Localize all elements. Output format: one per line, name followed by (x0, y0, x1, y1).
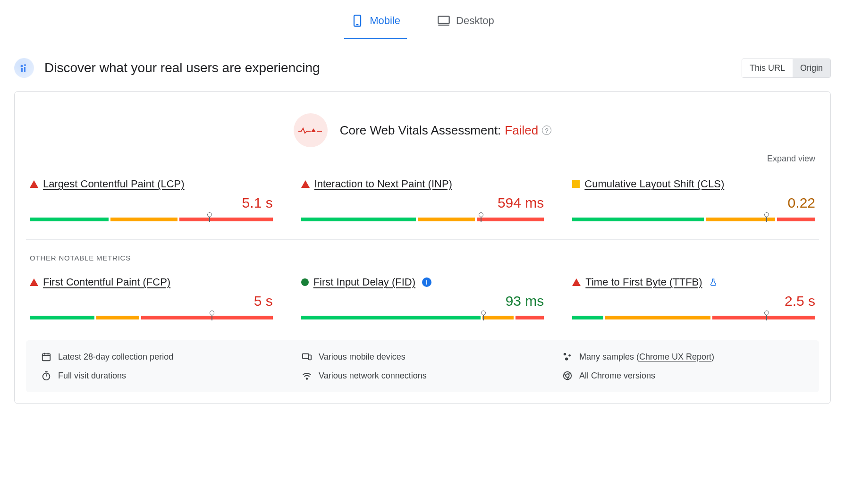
svg-point-19 (43, 373, 50, 380)
footer-network: Various network connections (302, 370, 543, 381)
tab-mobile-label: Mobile (370, 15, 400, 27)
circle-icon (301, 278, 309, 286)
metric-fid-value: 93 ms (301, 293, 544, 309)
marker (207, 212, 212, 217)
divider (26, 239, 819, 240)
metric-fid: First Input Delay (FID) i 93 ms (301, 276, 544, 319)
tab-desktop-label: Desktop (456, 15, 494, 27)
marker (479, 212, 483, 217)
metric-inp-name[interactable]: Interaction to Next Paint (INP) (314, 178, 452, 190)
other-metrics-label: OTHER NOTABLE METRICS (26, 254, 819, 262)
header: Discover what your real users are experi… (14, 58, 831, 78)
footer-chrome: All Chrome versions (562, 370, 804, 381)
metric-ttfb: Time to First Byte (TTFB) 2.5 s (572, 276, 815, 319)
assessment-label: Core Web Vitals Assessment: (340, 123, 501, 138)
svg-rect-15 (309, 355, 312, 360)
flask-icon[interactable] (709, 278, 718, 286)
triangle-icon (30, 180, 38, 188)
marker (481, 311, 486, 315)
metric-cls-name[interactable]: Cumulative Layout Shift (CLS) (584, 178, 724, 190)
triangle-icon (301, 180, 310, 188)
assessment-status: Failed (505, 123, 538, 138)
scope-url-button[interactable]: This URL (742, 59, 793, 77)
metric-lcp: Largest Contentful Paint (LCP) 5.1 s (30, 178, 273, 221)
footer-durations: Full visit durations (41, 370, 283, 381)
svg-rect-6 (21, 68, 23, 72)
crux-report-link[interactable]: Chrome UX Report (639, 352, 711, 361)
metric-inp-value: 594 ms (301, 195, 544, 211)
scope-toggle: This URL Origin (742, 59, 831, 78)
svg-point-16 (564, 353, 566, 356)
svg-rect-2 (438, 17, 449, 24)
marker (210, 311, 214, 315)
metric-cls-value: 0.22 (572, 195, 815, 211)
device-tabs: Mobile Desktop (14, 9, 831, 39)
svg-rect-10 (42, 354, 51, 361)
help-icon[interactable]: ? (542, 126, 551, 135)
crux-icon (14, 58, 34, 78)
triangle-icon (572, 278, 581, 286)
other-metrics-grid: First Contentful Paint (FCP) 5 s First I… (26, 276, 819, 319)
svg-point-5 (24, 64, 26, 66)
tab-desktop[interactable]: Desktop (431, 9, 501, 39)
devices-icon (302, 352, 312, 362)
scope-origin-button[interactable]: Origin (793, 59, 830, 77)
marker (764, 311, 769, 315)
timer-icon (41, 370, 51, 381)
core-metrics-grid: Largest Contentful Paint (LCP) 5.1 s Int… (26, 178, 819, 221)
svg-rect-7 (24, 67, 25, 72)
assessment-status-icon (294, 113, 328, 147)
assessment: Core Web Vitals Assessment: Failed ? (26, 113, 819, 147)
svg-marker-8 (311, 128, 316, 132)
footer-devices: Various mobile devices (302, 352, 543, 362)
expand-view-link[interactable]: Expand view (26, 154, 819, 164)
metric-fid-name[interactable]: First Input Delay (FID) (313, 276, 415, 288)
mobile-icon (351, 14, 364, 27)
footer-box: Latest 28-day collection period Various … (26, 340, 819, 392)
svg-rect-9 (317, 131, 322, 132)
metric-cls: Cumulative Layout Shift (CLS) 0.22 (572, 178, 815, 221)
distribution-bar (301, 218, 544, 221)
distribution-bar (572, 316, 815, 319)
svg-point-17 (568, 354, 571, 357)
svg-point-22 (306, 378, 308, 379)
svg-point-18 (565, 357, 568, 360)
vitals-card: Core Web Vitals Assessment: Failed ? Exp… (14, 91, 831, 404)
desktop-icon (437, 14, 450, 27)
metric-fcp-value: 5 s (30, 293, 273, 309)
metric-ttfb-name[interactable]: Time to First Byte (TTFB) (585, 276, 702, 288)
metric-ttfb-value: 2.5 s (572, 293, 815, 309)
metric-lcp-name[interactable]: Largest Contentful Paint (LCP) (43, 178, 185, 190)
metric-fcp: First Contentful Paint (FCP) 5 s (30, 276, 273, 319)
footer-collection-period: Latest 28-day collection period (41, 352, 283, 362)
footer-samples: Many samples (Chrome UX Report) (562, 352, 804, 362)
distribution-bar (572, 218, 815, 221)
metric-fcp-name[interactable]: First Contentful Paint (FCP) (43, 276, 170, 288)
triangle-icon (30, 278, 38, 286)
metric-lcp-value: 5.1 s (30, 195, 273, 211)
svg-point-4 (21, 65, 23, 67)
chrome-icon (562, 370, 573, 381)
marker (764, 212, 769, 217)
network-icon (302, 370, 312, 381)
svg-rect-14 (303, 354, 309, 359)
distribution-bar (30, 218, 273, 221)
tab-mobile[interactable]: Mobile (344, 9, 407, 39)
metric-inp: Interaction to Next Paint (INP) 594 ms (301, 178, 544, 221)
square-icon (572, 180, 580, 188)
distribution-bar (301, 316, 544, 319)
distribution-bar (30, 316, 273, 319)
scatter-icon (562, 352, 573, 362)
calendar-icon (41, 352, 51, 362)
info-icon[interactable]: i (422, 277, 431, 287)
page-heading: Discover what your real users are experi… (44, 60, 320, 76)
